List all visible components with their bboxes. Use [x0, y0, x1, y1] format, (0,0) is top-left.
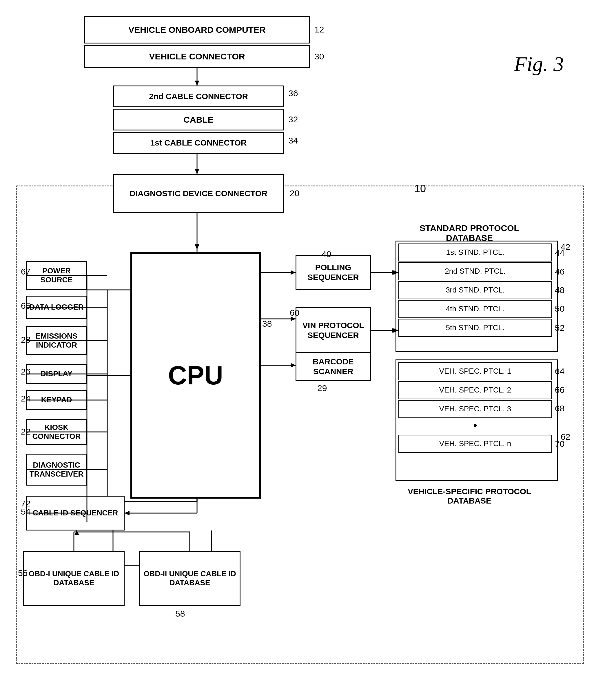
veh-ptcl-3-box: VEH. SPEC. PTCL. 3: [398, 400, 552, 418]
ref-28: 28: [21, 335, 30, 345]
diagnostic-device-connector-box: DIAGNOSTIC DEVICE CONNECTOR: [113, 174, 284, 213]
svg-marker-3: [195, 169, 199, 174]
cable-1st-connector-box: 1st CABLE CONNECTOR: [113, 132, 284, 154]
ref-32: 32: [288, 114, 298, 124]
veh-ptcl-dots: •: [398, 420, 552, 431]
ref-70: 70: [555, 439, 565, 449]
obd2-database-box: OBD-II UNIQUE CABLE ID DATABASE: [139, 551, 241, 606]
diagram: VEHICLE ONBOARD COMPUTER 12 VEHICLE CONN…: [0, 0, 616, 685]
ref-22: 22: [21, 427, 30, 436]
ref-24: 24: [21, 394, 30, 404]
power-source-box: POWER SOURCE: [26, 261, 87, 290]
stnd-ptcl-1-box: 1st STND. PTCL.: [398, 243, 552, 261]
polling-sequencer-box: POLLING SEQUENCER: [295, 255, 371, 290]
ref-34: 34: [288, 136, 298, 146]
vin-protocol-sequencer-box: VIN PROTOCOL SEQUENCER: [295, 307, 371, 354]
veh-ptcl-n-box: VEH. SPEC. PTCL. n: [398, 435, 552, 453]
ref-65: 65: [21, 301, 30, 311]
vehicle-computer-box: VEHICLE ONBOARD COMPUTER: [84, 16, 310, 43]
ref-46: 46: [555, 267, 565, 277]
cpu-box: CPU: [130, 252, 261, 499]
keypad-box: KEYPAD: [26, 390, 87, 410]
obd1-database-box: OBD-I UNIQUE CABLE ID DATABASE: [23, 551, 125, 606]
ref-66: 66: [555, 385, 565, 395]
ref-54: 54: [21, 507, 30, 517]
ref-56: 56: [18, 568, 27, 578]
barcode-scanner-box: BARCODE SCANNER: [295, 352, 371, 381]
std-protocol-db-label: STANDARD PROTOCOL DATABASE: [397, 223, 542, 243]
ref-50: 50: [555, 304, 565, 314]
ref-30: 30: [314, 51, 324, 61]
cable-2nd-connector-box: 2nd CABLE CONNECTOR: [113, 86, 284, 107]
display-box: DISPLAY: [26, 364, 87, 384]
stnd-ptcl-2-box: 2nd STND. PTCL.: [398, 262, 552, 280]
svg-marker-1: [195, 81, 199, 86]
ref-44: 44: [555, 248, 565, 258]
ref-64: 64: [555, 366, 565, 376]
ref-38: 38: [262, 319, 272, 329]
kiosk-connector-box: KIOSK CONNECTOR: [26, 419, 87, 445]
data-logger-box: DATA LOGGER: [26, 296, 87, 319]
ref-26: 26: [21, 367, 30, 377]
veh-ptcl-2-box: VEH. SPEC. PTCL. 2: [398, 381, 552, 399]
fig-label: Fig. 3: [514, 52, 564, 76]
ref-29: 29: [317, 383, 327, 393]
stnd-ptcl-5-box: 5th STND. PTCL.: [398, 319, 552, 337]
cable-id-sequencer-box: CABLE ID SEQUENCER: [26, 496, 125, 531]
veh-spec-protocol-db-label: VEHICLE-SPECIFIC PROTOCOL DATABASE: [397, 487, 542, 506]
vehicle-connector-box: VEHICLE CONNECTOR: [84, 45, 310, 68]
ref-68: 68: [555, 404, 565, 413]
ref-36: 36: [288, 88, 298, 98]
ref-52: 52: [555, 323, 565, 333]
ref-40: 40: [322, 249, 331, 259]
stnd-ptcl-3-box: 3rd STND. PTCL.: [398, 281, 552, 299]
ref-12: 12: [314, 25, 324, 35]
cable-box: CABLE: [113, 109, 284, 130]
diagnostic-transceiver-box: DIAGNOSTIC TRANSCEIVER: [26, 454, 87, 486]
emissions-indicator-box: EMISSIONS INDICATOR: [26, 326, 87, 355]
ref-60: 60: [290, 308, 299, 318]
ref-48: 48: [555, 285, 565, 295]
ref-58: 58: [175, 609, 185, 619]
ref-67: 67: [21, 267, 30, 277]
ref-20: 20: [290, 188, 299, 198]
stnd-ptcl-4-box: 4th STND. PTCL.: [398, 300, 552, 318]
veh-ptcl-1-box: VEH. SPEC. PTCL. 1: [398, 362, 552, 380]
